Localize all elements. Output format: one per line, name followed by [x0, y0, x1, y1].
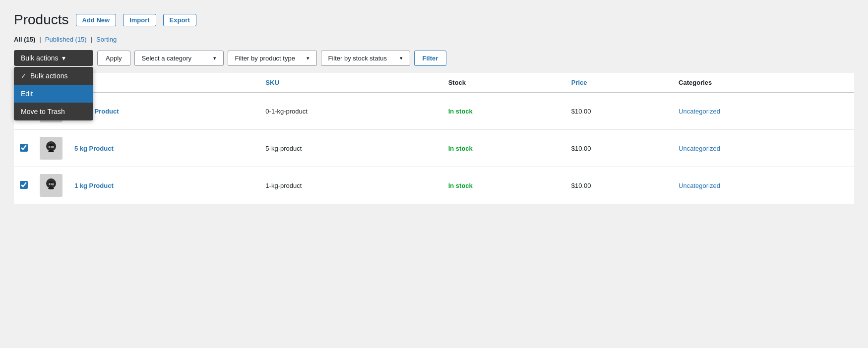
svg-rect-7	[48, 142, 54, 144]
checkmark-icon: ✓	[21, 72, 26, 80]
row-checkbox-cell	[14, 130, 34, 167]
row-img-cell: 5 kg	[34, 130, 68, 167]
category-filter[interactable]: Select a category ▾	[134, 51, 224, 66]
row-sku: 0-1-kg-product	[259, 93, 442, 130]
row-name: 1 kg Product	[68, 167, 259, 204]
header-name[interactable]: Name	[68, 73, 259, 93]
bulk-actions-option[interactable]: ✓ Bulk actions	[14, 67, 93, 85]
row-price: $10.00	[565, 167, 673, 204]
row-checkbox-cell	[14, 167, 34, 204]
svg-rect-12	[48, 179, 54, 181]
svg-text:1 kg: 1 kg	[49, 182, 54, 185]
subnav-sorting[interactable]: Sorting	[96, 36, 117, 43]
product-name-link[interactable]: 1 kg Product	[74, 182, 114, 189]
category-filter-label: Select a category	[142, 55, 191, 62]
row-price: $10.00	[565, 130, 673, 167]
chevron-down-icon: ▾	[307, 55, 310, 61]
stock-status-filter[interactable]: Filter by stock status ▾	[321, 51, 410, 66]
product-type-label: Filter by product type	[235, 55, 295, 62]
header-categories[interactable]: Categories	[673, 73, 854, 93]
filter-button[interactable]: Filter	[414, 51, 447, 66]
table-row: 1 kg 1 kg Product 1-kg-product In stock …	[14, 167, 854, 204]
bulk-actions-button[interactable]: Bulk actions ▾	[14, 50, 93, 66]
row-category: Uncategorized	[673, 130, 854, 167]
category-link[interactable]: Uncategorized	[679, 108, 720, 115]
toolbar: Bulk actions ▾ ✓ Bulk actions Edit Move …	[14, 50, 854, 66]
row-checkbox[interactable]	[20, 181, 28, 189]
add-new-button[interactable]: Add New	[76, 14, 117, 26]
row-stock: In stock	[442, 130, 565, 167]
category-link[interactable]: Uncategorized	[679, 182, 720, 189]
table-row: 0.1 kg 0.1 kg Product 0-1-kg-product In …	[14, 93, 854, 130]
row-checkbox[interactable]	[20, 144, 28, 152]
row-category: Uncategorized	[673, 93, 854, 130]
header-stock[interactable]: Stock	[442, 73, 565, 93]
svg-point-9	[48, 150, 54, 152]
row-price: $10.00	[565, 93, 673, 130]
header-sku[interactable]: SKU	[259, 73, 442, 93]
apply-button[interactable]: Apply	[97, 51, 130, 66]
row-img-cell: 1 kg	[34, 167, 68, 204]
svg-point-14	[48, 187, 54, 189]
product-name-link[interactable]: 5 kg Product	[74, 145, 114, 152]
move-to-trash-option[interactable]: Move to Trash	[14, 103, 93, 120]
row-sku: 5-kg-product	[259, 130, 442, 167]
stock-status-label: Filter by stock status	[328, 55, 387, 62]
bulk-actions-label: Bulk actions	[21, 54, 58, 62]
row-stock: In stock	[442, 167, 565, 204]
category-link[interactable]: Uncategorized	[679, 145, 720, 152]
table-header-row: Name SKU Stock Price Categories	[14, 73, 854, 93]
product-image: 5 kg	[40, 137, 62, 160]
chevron-down-icon: ▾	[62, 54, 65, 62]
page-title: Products	[14, 12, 69, 28]
product-type-filter[interactable]: Filter by product type ▾	[228, 51, 317, 66]
chevron-down-icon: ▾	[400, 55, 403, 61]
page-header: Products Add New Import Export	[14, 12, 854, 28]
products-table: Name SKU Stock Price Categories 0.1 kg 0…	[14, 73, 854, 204]
header-price[interactable]: Price	[565, 73, 673, 93]
row-category: Uncategorized	[673, 167, 854, 204]
bulk-actions-wrapper: Bulk actions ▾ ✓ Bulk actions Edit Move …	[14, 50, 93, 66]
chevron-down-icon: ▾	[213, 55, 216, 61]
row-sku: 1-kg-product	[259, 167, 442, 204]
product-image: 1 kg	[40, 174, 62, 197]
sub-nav: All (15) | Published (15) | Sorting	[14, 36, 854, 43]
edit-option[interactable]: Edit	[14, 85, 93, 103]
subnav-published[interactable]: Published (15)	[45, 36, 87, 43]
bulk-actions-dropdown-menu: ✓ Bulk actions Edit Move to Trash	[14, 67, 93, 120]
subnav-all[interactable]: All (15)	[14, 36, 35, 43]
table-row: 5 kg 5 kg Product 5-kg-product In stock …	[14, 130, 854, 167]
row-name: 5 kg Product	[68, 130, 259, 167]
import-button[interactable]: Import	[123, 14, 156, 26]
row-stock: In stock	[442, 93, 565, 130]
svg-text:5 kg: 5 kg	[49, 145, 54, 148]
export-button[interactable]: Export	[163, 14, 196, 26]
row-name: 0.1 kg Product	[68, 93, 259, 130]
